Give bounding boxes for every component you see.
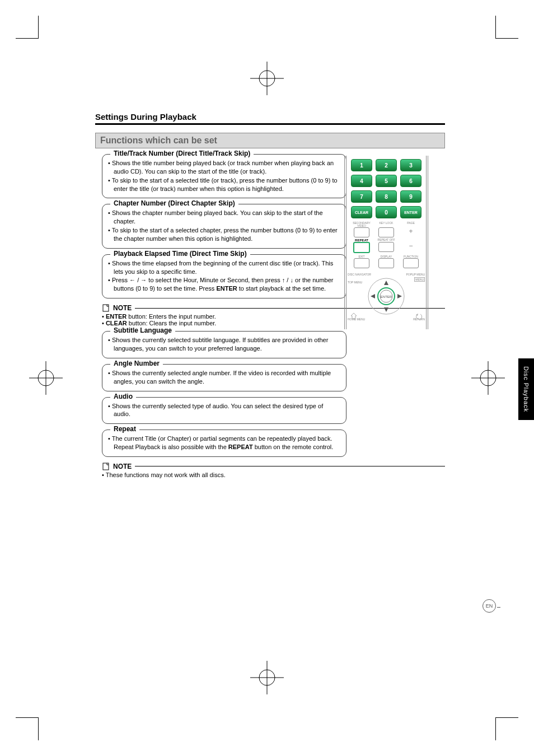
up-down-arrow-icon: ↑ / ↓: [282, 277, 293, 283]
language-badge: EN: [483, 599, 496, 613]
list-item: Shows the currently selected type of aud…: [108, 402, 340, 419]
remote-label: PAGE: [400, 222, 421, 227]
crop-mark: [16, 16, 39, 39]
header-rule: [95, 123, 445, 125]
list-item: To skip to the start of a selected title…: [108, 176, 340, 193]
block-subtitle: Subtitle Language Shows the currently se…: [102, 331, 346, 358]
section-title: Functions which can be set: [95, 133, 445, 148]
remote-illustration: 1 2 3 4 5 6 7 8 9 CLEAR 0 ENTER SECONDAR…: [344, 156, 428, 329]
list-item: Shows the title number being played back…: [108, 159, 340, 176]
remote-label: SECONDARY VIDEO: [351, 222, 372, 227]
svg-rect-13: [103, 463, 109, 470]
home-icon: [350, 312, 358, 320]
page-dash: [497, 607, 500, 608]
left-right-arrow-icon: ← / →: [129, 277, 147, 283]
block-legend: Chapter Number (Direct Chapter Skip): [110, 199, 238, 207]
remote-key-9: 9: [400, 190, 421, 203]
svg-marker-19: [371, 294, 375, 298]
block-audio: Audio Shows the currently selected type …: [102, 397, 346, 424]
remote-button: [354, 227, 369, 237]
remote-key-2: 2: [376, 159, 397, 171]
note-label: NOTE: [113, 463, 132, 470]
block-legend: Angle Number: [110, 360, 163, 367]
block-legend: Playback Elapsed Time (Direct Time Skip): [110, 250, 250, 258]
return-icon: [415, 312, 423, 320]
block-legend: Title/Track Number (Direct Title/Track S…: [110, 150, 254, 157]
plus-icon: +: [400, 227, 421, 237]
svg-marker-20: [397, 294, 402, 298]
block-legend: Audio: [110, 393, 136, 400]
list-item: Shows the time elapsed from the beginnin…: [108, 259, 340, 276]
registration-mark-left: [29, 361, 63, 395]
remote-key-4: 4: [351, 175, 372, 187]
enter-label: ENTER: [381, 295, 392, 298]
side-tab: Disc Playback: [518, 358, 534, 420]
note-item: These functions may not work with all di…: [102, 472, 334, 478]
block-repeat: Repeat The current Title (or Chapter) or…: [102, 430, 346, 457]
block-elapsed: Playback Elapsed Time (Direct Time Skip)…: [102, 254, 346, 298]
block-angle: Angle Number Shows the currently selecte…: [102, 364, 346, 391]
svg-marker-18: [384, 307, 388, 312]
note-item: CLEAR button: Clears the input number.: [102, 320, 334, 326]
crop-mark: [495, 717, 518, 740]
remote-label: KEY LOCK: [376, 222, 397, 227]
list-item: Shows the chapter number being played ba…: [108, 209, 340, 226]
list-item: Shows the currently selected subtitle la…: [108, 336, 340, 353]
remote-button: [354, 258, 369, 268]
block-legend: Repeat: [110, 425, 139, 433]
block-legend: Subtitle Language: [110, 326, 175, 334]
remote-key-8: 8: [376, 190, 397, 203]
note-heading: NOTE: [102, 463, 445, 470]
note-label: NOTE: [113, 304, 132, 312]
registration-mark-bottom: [250, 661, 284, 694]
crop-mark: [16, 717, 39, 740]
remote-button: [403, 258, 419, 268]
remote-key-3: 3: [400, 159, 421, 171]
registration-mark-top: [250, 62, 284, 95]
side-tab-label: Disc Playback: [523, 366, 530, 412]
svg-marker-17: [384, 281, 388, 285]
remote-key-6: 6: [400, 175, 421, 187]
list-item: To skip to the start of a selected chapt…: [108, 226, 340, 243]
block-chapter: Chapter Number (Direct Chapter Skip) Sho…: [102, 204, 346, 248]
block-title-track: Title/Track Number (Direct Title/Track S…: [102, 154, 346, 198]
remote-key-5: 5: [376, 175, 397, 187]
crop-mark: [495, 16, 518, 39]
remote-button-repeat: [353, 242, 370, 253]
registration-mark-right: [471, 361, 505, 395]
remote-button: [378, 227, 394, 237]
remote-key-clear: CLEAR: [351, 206, 372, 218]
page-header: Settings During Playback: [95, 112, 445, 122]
remote-key-enter: ENTER: [400, 206, 421, 218]
remote-button: [378, 242, 394, 252]
note-icon: [102, 304, 110, 312]
list-item: The current Title (or Chapter) or partia…: [108, 435, 340, 451]
minus-icon: −: [400, 242, 421, 253]
list-item: Shows the currently selected angle numbe…: [108, 369, 340, 386]
remote-button: [378, 258, 394, 268]
remote-key-1: 1: [351, 159, 372, 171]
remote-key-7: 7: [351, 190, 372, 203]
note-icon: [102, 463, 110, 470]
remote-key-0: 0: [376, 206, 397, 218]
note-item: ENTER button: Enters the input number.: [102, 313, 334, 320]
list-item: Press ← / → to select the Hour, Minute o…: [108, 276, 340, 293]
remote-nav-pad: DISC NAVIGATOR POPUP MENU MENU TOP MENU …: [350, 273, 423, 321]
svg-rect-12: [103, 305, 109, 311]
svg-marker-21: [351, 313, 357, 319]
